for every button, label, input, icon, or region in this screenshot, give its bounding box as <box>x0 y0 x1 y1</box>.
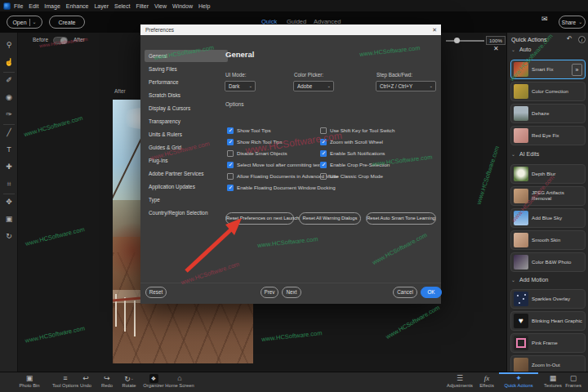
checkbox[interactable] <box>227 185 234 191</box>
menu-window[interactable]: Window <box>172 3 193 9</box>
category-general[interactable]: General <box>145 50 228 62</box>
smart-fix-thumbnail <box>514 62 528 77</box>
cancel-button[interactable]: Cancel <box>393 287 417 298</box>
category-guides-grid[interactable]: Guides & Grid <box>145 141 228 154</box>
red-eye-tool[interactable]: ◉ <box>0 91 18 105</box>
menu-help[interactable]: Help <box>198 3 210 9</box>
checkbox[interactable] <box>227 139 234 145</box>
dehaze-thumbnail <box>514 106 528 121</box>
prev-button[interactable]: Prev <box>261 287 278 298</box>
photo-bin-label: Photo Bin <box>14 383 45 388</box>
qa-item-pink-frame[interactable]: Pink Frame <box>510 333 586 353</box>
info-icon[interactable]: i <box>578 36 586 43</box>
document-close-icon[interactable]: ✕ <box>493 45 499 52</box>
expand-options-button[interactable]: » <box>572 64 582 76</box>
category-plug-ins[interactable]: Plug-Ins <box>145 154 228 167</box>
move-tool[interactable]: ✥ <box>0 196 18 209</box>
section-auto[interactable]: ⌄Auto <box>511 47 531 52</box>
qa-item-add-blue-sky[interactable]: Add Blue Sky <box>510 208 586 228</box>
straighten-tool[interactable]: ╱ <box>0 127 18 140</box>
menu-filter[interactable]: Filter <box>136 3 149 9</box>
color-picker-select[interactable]: Adobe ⌄ <box>293 81 334 91</box>
zoom-slider-track[interactable] <box>446 40 484 42</box>
quick-selection-tool[interactable]: ✐ <box>0 74 18 87</box>
share-button[interactable]: Share ⌄ <box>559 16 586 29</box>
checkbox[interactable] <box>320 150 327 157</box>
frame-tool[interactable]: ▣ <box>0 213 18 226</box>
option-label: Use Shift Key for Tool Switch <box>330 127 394 133</box>
frames-label: Frames <box>560 383 586 388</box>
qa-item-zoom-in-out[interactable]: Zoom In-Out <box>510 355 586 372</box>
reset-smart-tone-button[interactable]: Reset Auto Smart Tone Learning <box>366 212 436 225</box>
category-transparency[interactable]: Transparency <box>145 115 228 127</box>
checkbox[interactable] <box>227 162 234 168</box>
category-display-cursors[interactable]: Display & Cursors <box>145 102 228 114</box>
home-screen-button[interactable]: ⌂ Home Screen <box>161 373 198 388</box>
effects-button[interactable]: fx Effects <box>473 373 501 388</box>
whiten-teeth-tool[interactable]: ✑ <box>0 109 18 122</box>
checkbox[interactable] <box>227 150 234 157</box>
rotate-icon: ↻ <box>124 375 131 383</box>
section-ai-edits[interactable]: ⌄AI Edits <box>511 151 539 157</box>
mail-icon[interactable]: ✉ <box>541 15 548 23</box>
category-scratch-disks[interactable]: Scratch Disks <box>145 89 228 101</box>
menu-view[interactable]: View <box>154 3 167 9</box>
menu-image[interactable]: Image <box>44 3 60 9</box>
rotate-tool[interactable]: ↻ <box>0 230 18 243</box>
checkbox[interactable] <box>320 139 327 145</box>
checkbox[interactable] <box>320 127 327 134</box>
menu-layer[interactable]: Layer <box>94 3 109 9</box>
qa-item-blinking-heart[interactable]: ♥ Blinking Heart Graphic <box>510 311 586 331</box>
zoom-value[interactable]: 100% <box>486 36 506 45</box>
create-button[interactable]: Create <box>49 16 85 29</box>
category-saving-files[interactable]: Saving Files <box>145 63 228 75</box>
hand-tool[interactable]: ☝ <box>0 56 18 69</box>
frames-button[interactable]: ▢ Frames <box>560 373 586 388</box>
reset-button[interactable]: Reset <box>145 287 167 298</box>
section-add-motion[interactable]: ⌄Add Motion <box>511 277 548 283</box>
ok-button[interactable]: OK <box>421 287 442 298</box>
category-application-updates[interactable]: Application Updates <box>145 180 228 193</box>
qa-item-smart-fix[interactable]: Smart Fix » <box>510 60 586 79</box>
qa-item-dehaze[interactable]: Dehaze <box>510 104 586 123</box>
quick-actions-button[interactable]: ✦ Quick Actions <box>499 373 538 388</box>
qa-item-color-correction[interactable]: Color Correction <box>510 82 586 101</box>
next-button[interactable]: Next <box>282 287 301 298</box>
spot-healing-tool[interactable]: ✚ <box>0 161 18 174</box>
checkbox[interactable] <box>320 162 327 168</box>
category-adobe-partner-services[interactable]: Adobe Partner Services <box>145 167 228 180</box>
qa-item-depth-blur[interactable]: Depth Blur <box>510 164 586 184</box>
qa-item-jpeg-artifacts-removal[interactable]: JPEG Artifacts Removal <box>510 186 586 206</box>
category-units-rulers[interactable]: Units & Rulers <box>145 128 228 140</box>
dialog-titlebar[interactable]: Preferences ✕ <box>140 24 441 35</box>
menu-edit[interactable]: Edit <box>29 3 38 9</box>
open-button[interactable]: Open ⌄ <box>7 16 42 29</box>
option-label: Show Tool Tips <box>237 127 271 133</box>
menu-select[interactable]: Select <box>114 3 130 9</box>
panel-reset-icon[interactable]: ↶ <box>567 35 572 42</box>
category-type[interactable]: Type <box>145 194 228 206</box>
checkbox[interactable] <box>227 173 234 180</box>
step-back-fwd-select[interactable]: Ctrl+Z / Ctrl+Y ⌄ <box>376 81 436 91</box>
zoom-slider-knob[interactable] <box>454 38 460 43</box>
menu-enhance[interactable]: Enhance <box>66 3 89 9</box>
before-after-toggle[interactable] <box>53 37 68 44</box>
qa-item-label: Add Blue Sky <box>532 216 562 221</box>
checkbox[interactable] <box>227 127 234 134</box>
ui-mode-select[interactable]: Dark ⌄ <box>225 81 256 91</box>
dialog-close-icon[interactable]: ✕ <box>432 24 437 35</box>
qa-item-sparkles-overlay[interactable]: Sparkles Overlay <box>510 289 586 309</box>
crop-tool[interactable]: ⌗ <box>0 178 18 191</box>
footer-divider <box>140 283 441 283</box>
reset-warning-dialogs-button[interactable]: Reset All Warning Dialogs <box>299 212 361 225</box>
category-performance[interactable]: Performance <box>145 76 228 88</box>
chevron-down-icon: ⌄ <box>511 152 515 157</box>
checkbox[interactable] <box>320 173 327 180</box>
menu-file[interactable]: File <box>14 3 23 9</box>
type-tool[interactable]: T <box>0 144 18 157</box>
zoom-tool[interactable]: ⚲ <box>0 39 18 52</box>
qa-item-color-bw-photo[interactable]: Color B&W Photo <box>510 252 586 272</box>
photo-bin-button[interactable]: ▣ Photo Bin <box>14 373 45 388</box>
qa-item-smooth-skin[interactable]: Smooth Skin <box>510 230 586 250</box>
qa-item-red-eye-fix[interactable]: Red Eye Fix <box>510 126 586 145</box>
